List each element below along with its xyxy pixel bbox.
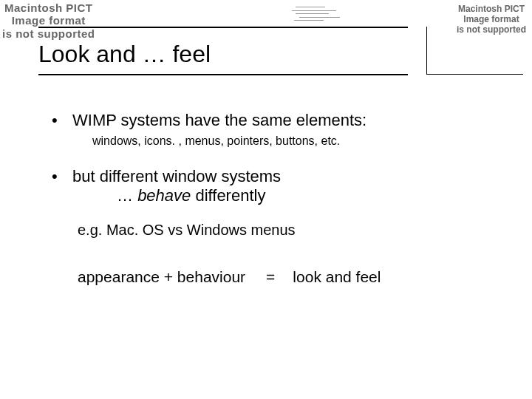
equation-left: appearance + behaviour	[78, 268, 245, 285]
equation-line: appearance + behaviour=look and feel	[78, 268, 502, 286]
bullet-2-line2-italic: behave	[137, 186, 191, 205]
artifact-line	[296, 13, 329, 14]
divider-title	[38, 74, 408, 75]
equation-right: look and feel	[293, 268, 381, 285]
artifact-line	[294, 20, 324, 21]
bullet-2: but different window systems … behave di…	[52, 167, 502, 205]
slide-title: Look and … feel	[38, 41, 211, 68]
bullet-2-line2-rest: differently	[191, 186, 265, 205]
artifact-line	[299, 17, 340, 18]
bullet-2-line2-prefix: …	[117, 186, 137, 205]
divider-top	[38, 27, 408, 28]
bullet-2-line1: but different window systems	[72, 167, 281, 185]
bullet-2-sub: e.g. Mac. OS vs Windows menus	[78, 222, 502, 239]
artifact-line	[296, 7, 325, 7]
bullet-1: WIMP systems have the same elements:	[52, 111, 502, 130]
pict-placeholder-top-left: Macintosh PICT Image format is not suppo…	[2, 1, 95, 40]
bullet-1-sub: windows, icons. , menus, pointers, butto…	[92, 134, 502, 148]
artifact-line	[292, 10, 336, 11]
corner-box	[426, 27, 523, 75]
slide-body: WIMP systems have the same elements: win…	[52, 111, 502, 286]
equation-equals: =	[266, 268, 275, 285]
